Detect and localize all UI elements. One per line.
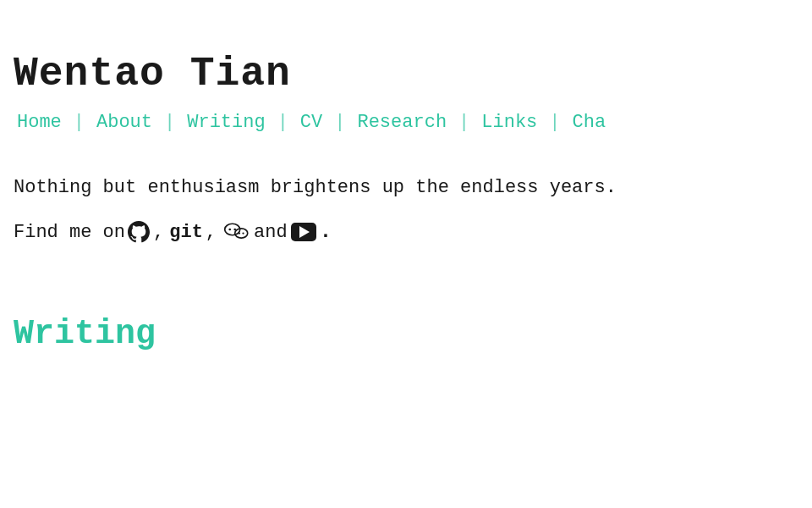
comma-after-git: , bbox=[206, 218, 217, 246]
svg-point-4 bbox=[239, 232, 240, 234]
nav-item-about[interactable]: About bbox=[93, 112, 156, 133]
nav-item-research[interactable]: Research bbox=[354, 112, 450, 133]
svg-point-1 bbox=[228, 229, 231, 231]
site-title: Wentao Tian bbox=[14, 51, 798, 97]
github-icon bbox=[127, 220, 151, 244]
github-link[interactable] bbox=[125, 220, 152, 244]
git-icon-text: git bbox=[169, 222, 203, 243]
nav-bar: Home | About | Writing | CV | Research |… bbox=[14, 112, 798, 133]
nav-separator-4: | bbox=[334, 112, 345, 133]
nav-separator-5: | bbox=[458, 112, 469, 133]
youtube-icon bbox=[291, 223, 316, 241]
main-content: Nothing but enthusiasm brightens up the … bbox=[14, 174, 798, 353]
nav-item-home[interactable]: Home bbox=[14, 112, 65, 133]
nav-separator-3: | bbox=[277, 112, 288, 133]
nav-item-cha[interactable]: Cha bbox=[569, 112, 610, 133]
nav-item-writing[interactable]: Writing bbox=[184, 112, 268, 133]
tagline: Nothing but enthusiasm brightens up the … bbox=[14, 174, 798, 202]
nav-item-cv[interactable]: CV bbox=[297, 112, 326, 133]
nav-separator-1: | bbox=[74, 112, 85, 133]
find-prefix-text: Find me on bbox=[14, 218, 125, 246]
nav-separator-2: | bbox=[164, 112, 175, 133]
writing-section-title: Writing bbox=[14, 315, 798, 353]
find-me-line: Find me on , git , bbox=[14, 217, 798, 247]
svg-point-3 bbox=[235, 229, 248, 238]
svg-point-5 bbox=[242, 232, 244, 234]
wechat-icon bbox=[223, 218, 250, 246]
youtube-link[interactable] bbox=[289, 223, 318, 241]
and-text: and bbox=[254, 218, 288, 246]
comma-after-github: , bbox=[153, 218, 164, 246]
period-text: . bbox=[320, 217, 332, 247]
wechat-link[interactable] bbox=[222, 218, 252, 246]
nav-item-links[interactable]: Links bbox=[478, 112, 540, 133]
nav-separator-6: | bbox=[549, 112, 560, 133]
git-link[interactable]: git bbox=[167, 218, 205, 246]
